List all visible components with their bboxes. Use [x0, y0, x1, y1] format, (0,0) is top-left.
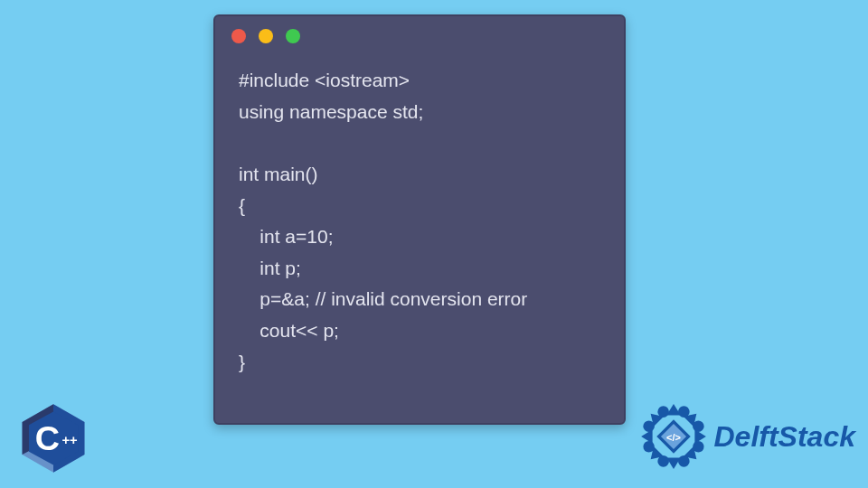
svg-marker-10 — [641, 429, 652, 444]
brand-name: DelftStack — [714, 420, 856, 454]
minimize-icon[interactable] — [259, 29, 273, 43]
close-icon[interactable] — [231, 29, 246, 43]
code-block: #include <iostream> using namespace std;… — [215, 49, 624, 396]
brand-mark-icon: </> — [638, 401, 709, 472]
maximize-icon[interactable] — [286, 29, 300, 43]
svg-marker-6 — [694, 429, 705, 444]
svg-marker-8 — [666, 457, 681, 468]
brand-badge: </> DelftStack — [638, 401, 856, 472]
brand-glyph: </> — [666, 432, 681, 443]
svg-marker-4 — [666, 404, 681, 415]
cpp-logo-letter: C — [35, 419, 60, 457]
window-titlebar — [215, 16, 624, 49]
code-window: #include <iostream> using namespace std;… — [213, 14, 626, 425]
cpp-logo-icon: C ++ — [16, 401, 90, 475]
cpp-logo-plusplus: ++ — [61, 433, 78, 447]
